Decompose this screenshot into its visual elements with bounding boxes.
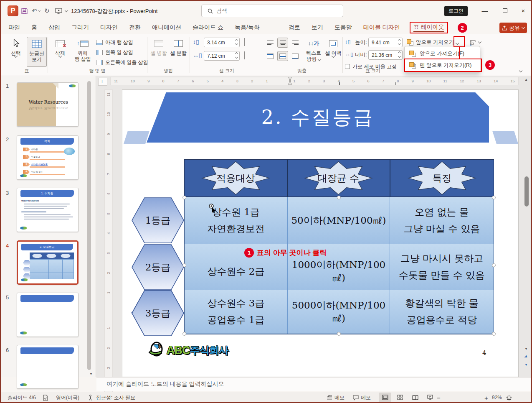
- login-button[interactable]: 로그인: [444, 6, 468, 16]
- bring-forward-button[interactable]: 앞으로 가져오기: [407, 38, 454, 47]
- maximize-button[interactable]: [495, 1, 514, 20]
- menu-item-bring-forward[interactable]: 앞으로 가져오기(F): [405, 48, 480, 59]
- table-cell-r2c3[interactable]: 그냥 마시시 못하고수돗물 만들 수 있음: [390, 244, 493, 289]
- slide-title-banner[interactable]: 2. 수질등급: [147, 92, 489, 143]
- align-center-button[interactable]: [277, 38, 288, 48]
- cell-height-input[interactable]: 3.14 cm: [204, 38, 240, 47]
- normal-view-button[interactable]: [379, 393, 391, 402]
- grade-hexagon-2[interactable]: 2등급: [131, 243, 185, 291]
- insert-column-left-button[interactable]: 왼쪽 열 삽입: [96, 48, 133, 57]
- tab-transitions[interactable]: 전환: [129, 24, 141, 31]
- zoom-out-button[interactable]: −: [437, 394, 441, 401]
- select-button[interactable]: 선택: [7, 37, 25, 67]
- tab-view[interactable]: 보기: [312, 24, 323, 31]
- zoom-in-button[interactable]: +: [484, 394, 488, 401]
- slideshow-view-button[interactable]: [424, 393, 436, 402]
- slide-canvas[interactable]: 2. 수질등급 적용대상 대장균 수: [122, 89, 519, 377]
- save-icon[interactable]: [21, 6, 28, 15]
- thumbnail-slide-2[interactable]: 목차 1 수자원 2 수질등급 3 수자원 이용현황 4 수자원 용도: [17, 135, 79, 180]
- table-cell-r1c3[interactable]: 오염 없는 물그냥 마실 수 있음: [390, 197, 493, 243]
- reading-view-button[interactable]: [409, 393, 421, 402]
- table-width-spinner[interactable]: [398, 52, 400, 57]
- view-gridlines-toggle[interactable]: 눈금선보기: [27, 37, 47, 67]
- comments-toggle-button[interactable]: 메모: [353, 394, 371, 401]
- split-cells-button[interactable]: 셀 분할: [169, 37, 188, 67]
- selection-handle[interactable]: [182, 263, 186, 267]
- tab-record[interactable]: 녹음/녹화: [235, 24, 260, 31]
- indent-marker[interactable]: [288, 77, 292, 85]
- close-button[interactable]: ×: [514, 1, 532, 20]
- selection-handle[interactable]: [337, 196, 341, 199]
- selection-handle[interactable]: [337, 332, 341, 336]
- insert-row-below-button[interactable]: 아래 행 삽입: [96, 38, 133, 47]
- table-cell-r3c1[interactable]: 상수원수 3급공업용수 1급: [185, 290, 287, 333]
- selection-handle[interactable]: [492, 332, 496, 336]
- thumbnail-slide-3[interactable]: 1. 수자원 Water resources: [17, 188, 79, 232]
- distribute-rows-icon[interactable]: [244, 38, 245, 46]
- tab-table-layout-active[interactable]: 표 레이아웃: [410, 22, 448, 33]
- selection-handle[interactable]: [492, 196, 496, 199]
- thumbnail-slide-1[interactable]: Water Resources Water Resources: [17, 82, 79, 127]
- slide-sorter-view-button[interactable]: [394, 393, 406, 402]
- scrollbar-thumb[interactable]: [524, 176, 529, 207]
- thumbnail-scrollbar[interactable]: [87, 81, 91, 370]
- tab-draw[interactable]: 그리기: [71, 24, 89, 31]
- table-width-input[interactable]: 21.36 cm: [368, 50, 403, 60]
- scroll-down-icon[interactable]: ▼: [524, 347, 528, 351]
- align-objects-button[interactable]: [469, 38, 481, 47]
- tab-help[interactable]: 도움말: [334, 24, 352, 31]
- tab-animations[interactable]: 애니메이션: [152, 24, 181, 31]
- ruler-corner-button[interactable]: L: [98, 78, 107, 86]
- thumbnail-scroll-down-icon[interactable]: ▼: [89, 372, 93, 376]
- thumbnail-scrollbar-thumb[interactable]: [87, 81, 91, 370]
- cell-width-spinner[interactable]: [236, 53, 238, 58]
- zoom-level[interactable]: 92%: [492, 395, 502, 400]
- spellcheck-icon[interactable]: [43, 395, 48, 401]
- align-top-button[interactable]: [265, 51, 276, 61]
- accessibility-status[interactable]: 접근성: 조사 필요: [96, 394, 135, 401]
- tab-design[interactable]: 디자인: [100, 24, 118, 31]
- table-cell-r3c2[interactable]: 5000이하(MNP/100㎖): [288, 290, 389, 333]
- selection-handle[interactable]: [492, 263, 496, 267]
- selection-handle[interactable]: [182, 332, 186, 336]
- thumbnail-slide-4-selected[interactable]: 2. 수질등급: [17, 240, 79, 285]
- tab-insert[interactable]: 삽입: [48, 24, 60, 31]
- table-cell-r3c3[interactable]: 황갈색의 탁한 물공업용수로 적당: [390, 290, 493, 333]
- thumbnail-slide-6[interactable]: [17, 345, 79, 389]
- text-direction-button[interactable]: ↓↓가 텍스트방향: [304, 37, 323, 67]
- fit-to-window-button[interactable]: [506, 395, 512, 400]
- scroll-up-icon[interactable]: ▲: [524, 78, 528, 82]
- grade-hexagon-3[interactable]: 3등급: [131, 289, 185, 337]
- selection-handle[interactable]: [182, 196, 186, 199]
- table-height-spinner[interactable]: [398, 39, 400, 45]
- thumbnail-slide-5[interactable]: [17, 293, 79, 337]
- table-cell-r1c2[interactable]: 50이하(MNP/100㎖): [288, 197, 389, 243]
- share-button[interactable]: 공유: [499, 23, 527, 33]
- slideshow-from-beginning-icon[interactable]: [55, 6, 62, 15]
- tab-marker[interactable]: [339, 82, 340, 85]
- table-cell-r1c1[interactable]: 상수원 1급자연환경보전: [185, 197, 287, 243]
- customize-quick-access-toolbar-icon[interactable]: [65, 6, 68, 15]
- tab-file[interactable]: 파일: [8, 24, 20, 31]
- powerpoint-app-icon[interactable]: P: [8, 5, 18, 16]
- collapse-ribbon-icon[interactable]: [519, 66, 522, 74]
- cell-margins-button[interactable]: 셀 여백: [325, 37, 342, 67]
- tab-marker[interactable]: [395, 82, 396, 85]
- notes-pane[interactable]: 여기에 슬라이드 노트의 내용을 입력하십시오: [96, 377, 532, 391]
- redo-icon[interactable]: ↻: [44, 6, 50, 15]
- language-indicator[interactable]: 영어(미국): [56, 394, 79, 401]
- tab-table-design[interactable]: 테이블 디자인: [363, 24, 400, 31]
- insert-row-above-button[interactable]: ↑ 위에행 삽입: [72, 37, 94, 67]
- search-input[interactable]: 검색: [201, 5, 343, 17]
- distribute-columns-icon[interactable]: [244, 52, 245, 59]
- tab-home[interactable]: 홈: [31, 24, 37, 31]
- cell-height-spinner[interactable]: [236, 39, 238, 45]
- insert-column-right-button[interactable]: 오른쪽에 열을 삽입: [96, 58, 148, 67]
- minimize-button[interactable]: —: [475, 1, 494, 20]
- cell-width-input[interactable]: 7.12 cm: [204, 51, 240, 61]
- slide-counter[interactable]: 슬라이드 4/6: [8, 394, 36, 401]
- align-bottom-button[interactable]: [290, 51, 301, 61]
- undo-icon[interactable]: ↶: [32, 6, 41, 15]
- table-height-input[interactable]: 9.41 cm: [368, 38, 403, 47]
- previous-slide-icon[interactable]: ▲▔: [524, 355, 528, 360]
